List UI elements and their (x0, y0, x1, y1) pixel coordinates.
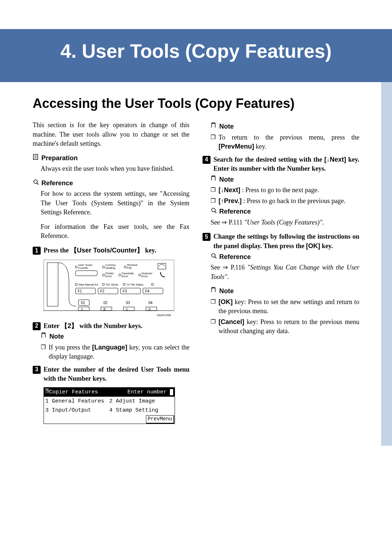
step-number-5: 5 (203, 233, 211, 241)
step1-post: key. (143, 247, 156, 254)
note-icon (211, 287, 217, 296)
step5-post: key. (320, 242, 333, 250)
reference-icon (33, 179, 39, 188)
bullet-icon: ❐ (211, 298, 216, 316)
svg-text:Error: Error (122, 275, 128, 278)
chapter-title: 4. User Tools (Copy Features) (0, 40, 392, 62)
svg-text:B: B (103, 307, 106, 311)
page-body: Accessing the User Tools (Copy Features)… (0, 82, 392, 446)
svg-text:03: 03 (126, 301, 130, 305)
step4-b2-key: [↑Prev.] (219, 197, 242, 205)
column-left: This section is for the key operators in… (33, 121, 189, 424)
step4-pre: Search for the desired setting with the (213, 156, 324, 163)
step-number-2: 2 (33, 322, 41, 330)
svg-text:F4: F4 (145, 289, 150, 293)
step2-pre: Enter (44, 322, 61, 329)
reference-label: Reference (219, 252, 251, 262)
svg-text:Error: Error (105, 275, 112, 278)
step4-ref-post: . (322, 219, 324, 226)
step4-ref-ital: "User Tools (Copy Features)" (244, 219, 322, 226)
svg-text:Counter: Counter (78, 266, 89, 270)
column-right: Note ❐ To return to the previous menu, p… (203, 121, 359, 424)
step-number-1: 1 (33, 247, 41, 255)
step3-note-key: [PrevMenu] (219, 143, 254, 150)
step4-ref-pre: See ⇒ P.111 (211, 219, 244, 226)
step4-b1-text: : Press to go to the next page. (240, 186, 319, 194)
bullet-icon: ❐ (211, 186, 216, 195)
step5-key: [OK] (306, 242, 320, 250)
svg-text:F2: F2 (100, 289, 105, 293)
step2-key: 2 (68, 322, 71, 329)
svg-point-57 (212, 208, 215, 212)
svg-text:ZAAS120E: ZAAS120E (157, 314, 171, 317)
reference-text-1: For how to access the system settings, s… (41, 189, 189, 217)
intro-text: This section is for the key operators in… (33, 121, 189, 149)
step2-note-pre: If you press the (49, 344, 92, 351)
note-label: Note (219, 122, 234, 132)
step5-b2-key: [Cancel] (219, 318, 244, 325)
step5-b1-key: [OK] (219, 298, 233, 306)
step4-b1-key: [↓Next] (219, 186, 240, 194)
note-label: Note (219, 287, 234, 296)
step-2: 2 Enter 【2】 with the Number keys. (33, 322, 189, 331)
preparation-icon (33, 154, 39, 163)
step-4: 4 Search for the desired setting with th… (203, 155, 359, 174)
step5-ref-post: . (227, 273, 229, 280)
step5-ref-pre: See ⇒ P.116 (211, 264, 248, 271)
reference-icon (211, 207, 217, 217)
bullet-icon: ❐ (41, 343, 46, 361)
step5-pre: Change the settings by following the ins… (213, 233, 359, 250)
display-opt1: 1 General Features (45, 397, 109, 405)
display-prompt: Enter number (127, 389, 167, 395)
preparation-text: Always exit the user tools when you have… (41, 164, 189, 174)
step1-key: User Tools/Counter (77, 247, 137, 254)
reference-label: Reference (41, 179, 73, 188)
control-panel-figure: User Tools/ Counter Commu- nicating Rece… (44, 260, 189, 318)
display-opt3: 3 Input/Output (45, 407, 109, 414)
step-1: 1 Press the 【User Tools/Counter】 key. (33, 246, 189, 255)
step4-b2-text: : Press to go back to the previous page. (242, 197, 346, 205)
reference-label: Reference (219, 207, 251, 217)
chapter-header: 4. User Tools (Copy Features) (0, 29, 392, 82)
hatch-icon (45, 388, 49, 393)
display-opt4: 4 Stamp Setting (109, 407, 173, 414)
step-5: 5 Change the settings by following the i… (203, 232, 359, 251)
step2-note-key: [Language] (92, 344, 127, 351)
note-icon (41, 332, 47, 341)
svg-text:Start Manual RX: Start Manual RX (78, 283, 98, 286)
bullet-icon: ❐ (211, 133, 216, 151)
svg-text:02: 02 (103, 301, 108, 305)
lcd-display: Copier Features Enter number _ 1 General… (44, 387, 175, 424)
step5-b1-text: key: Press to set the new settings and r… (219, 298, 359, 315)
preparation-label: Preparation (41, 154, 78, 163)
reference-text-2: For information the Fax user tools, see … (41, 222, 189, 241)
bullet-icon: ❐ (211, 197, 216, 206)
svg-text:TEL Mode: TEL Mode (106, 283, 118, 286)
reference-icon (211, 252, 217, 262)
step2-post: with the Number keys. (78, 322, 142, 329)
svg-text:D: D (148, 307, 151, 311)
svg-text:File: File (127, 266, 132, 270)
display-opt2: 2 Adjust Image (109, 397, 173, 405)
step3-note-pre: To return to the previous menu, press th… (219, 134, 359, 141)
note-icon (211, 175, 217, 185)
svg-point-4 (34, 180, 37, 183)
svg-text:A: A (81, 307, 83, 311)
step3-text: Enter the number of the desired User Too… (44, 365, 189, 384)
note-label: Note (49, 332, 64, 341)
svg-point-59 (212, 254, 215, 257)
note-icon (211, 122, 217, 132)
step-number-4: 4 (203, 156, 211, 164)
index-tab-stripe (381, 82, 392, 446)
svg-line-5 (37, 183, 38, 185)
display-title: Copier Features (49, 389, 98, 395)
step4-key: [↓Next] (324, 156, 346, 163)
step3-note-post: key. (254, 143, 266, 150)
bullet-icon: ❐ (211, 318, 216, 336)
svg-text:C: C (126, 307, 128, 311)
display-prevmenu-button[interactable]: PrevMenu (146, 415, 174, 423)
svg-text:nicating: nicating (105, 266, 115, 270)
svg-line-58 (215, 211, 216, 213)
svg-text:01: 01 (81, 301, 85, 305)
svg-text:TX File Status: TX File Status (126, 283, 143, 286)
